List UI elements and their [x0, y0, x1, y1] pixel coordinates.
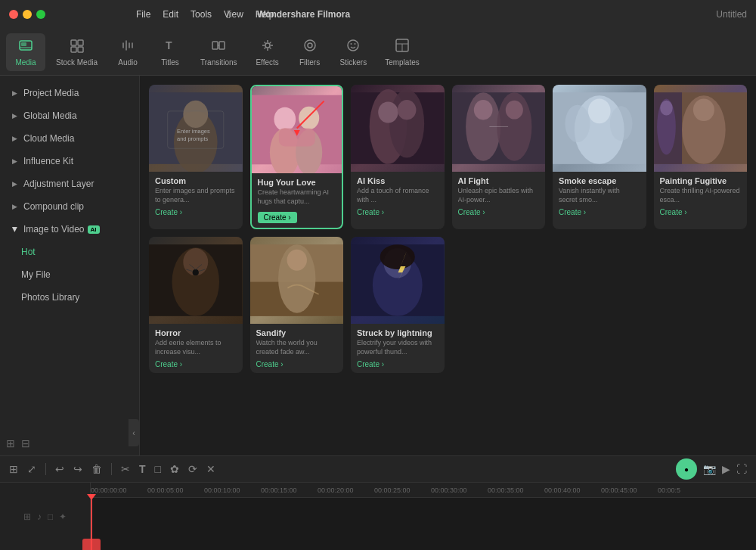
undo-icon[interactable]: ↩ [55, 463, 64, 475]
title-bar:  Wondershare Filmora File Edit Tools Vi… [0, 0, 756, 29]
toolbar-templates-label: Templates [385, 58, 420, 67]
timecode-2: 00:00:10:00 [204, 486, 261, 494]
content-area: Enter images and prompts Custom Enter im… [140, 76, 756, 455]
templates-icon [395, 38, 410, 57]
traffic-lights [9, 10, 45, 19]
card-create-custom[interactable]: Create › [155, 208, 237, 216]
menu-edit[interactable]: Edit [163, 9, 178, 20]
sidebar-item-project-media[interactable]: ▶ Project Media [0, 82, 139, 104]
card-ai-kiss[interactable]: AI Kiss Add a touch of romance with ... … [351, 85, 445, 229]
play-icon[interactable]: ▶ [722, 463, 730, 475]
crop-icon[interactable]: ⤢ [27, 463, 36, 475]
menu-help[interactable]: Help [256, 9, 274, 20]
sidebar-item-my-file[interactable]: My File [0, 263, 139, 286]
toolbar-filters[interactable]: Filters [290, 33, 330, 71]
svg-point-58 [193, 269, 199, 275]
card-thumb-kiss [351, 85, 445, 172]
sidebar-item-adjustment-layer[interactable]: ▶ Adjustment Layer [0, 172, 139, 195]
close-icon[interactable]: ✕ [206, 463, 215, 475]
card-create-kiss[interactable]: Create › [357, 208, 438, 216]
close-button[interactable] [9, 10, 18, 19]
arrow-icon: ▶ [12, 135, 17, 142]
menu-file[interactable]: File [136, 9, 150, 20]
svg-point-12 [305, 40, 315, 51]
camera-icon[interactable]: 📷 [703, 463, 716, 475]
grid-view-icon[interactable]: ⊞ [9, 463, 18, 475]
filters-icon [302, 38, 318, 57]
timeline: ⊞ ♪ □ ✦ 00:00:00:00 00:00:05:00 00:00:10… [0, 482, 756, 550]
playhead-top [87, 494, 96, 500]
card-thumb-sandify [250, 237, 344, 324]
sidebar-item-cloud-media[interactable]: ▶ Cloud Media [0, 127, 139, 150]
svg-point-16 [355, 43, 356, 45]
card-hug-your-love[interactable]: Hug Your Love Create heartwarming AI hug… [250, 85, 344, 229]
render-button[interactable]: ● [676, 458, 697, 480]
toolbar-stock-media[interactable]: Stock Media [48, 33, 105, 71]
card-desc-lightning: Electrify your videos with powerful thun… [357, 339, 438, 357]
card-sandify[interactable]: Sandify Watch the world you created fade… [250, 237, 344, 373]
sidebar: ▶ Project Media ▶ Global Media ▶ Cloud M… [0, 76, 140, 455]
sidebar-item-image-to-video[interactable]: ▶ Image to Video AI [0, 218, 139, 241]
cut-icon[interactable]: ✂ [121, 463, 130, 475]
card-info-smoke: Smoke escape Vanish instantly with secre… [553, 172, 646, 221]
card-horror[interactable]: Horror Add eerie elements to increase vi… [149, 237, 243, 373]
minimize-button[interactable] [23, 10, 32, 19]
card-ai-fight[interactable]: AI Fight Unleash epic battles with AI-po… [452, 85, 546, 229]
timeline-playhead[interactable] [91, 498, 92, 550]
card-smoke-escape[interactable]: Smoke escape Vanish instantly with secre… [553, 85, 646, 229]
card-create-painting[interactable]: Create › [660, 208, 742, 216]
collapse-sidebar-button[interactable]: ‹ [129, 419, 139, 446]
card-create-horror[interactable]: Create › [155, 360, 237, 368]
sidebar-cloud-media-label: Cloud Media [23, 133, 74, 144]
sidebar-item-compound-clip[interactable]: ▶ Compound clip [0, 195, 139, 218]
card-custom[interactable]: Enter images and prompts Custom Enter im… [149, 85, 243, 229]
card-info-painting: Painting Fugitive Create thrilling AI-po… [654, 172, 748, 221]
card-create-hug[interactable]: Create › [258, 212, 297, 223]
toolbar-audio-label: Audio [118, 58, 138, 67]
svg-point-51 [692, 98, 714, 121]
fullscreen-icon[interactable]: ⛶ [736, 463, 747, 475]
toolbar-effects[interactable]: Effects [248, 33, 287, 71]
card-create-sandify[interactable]: Create › [256, 360, 338, 368]
svg-point-66 [287, 250, 306, 271]
card-create-fight[interactable]: Create › [458, 208, 540, 216]
sidebar-item-photos-library[interactable]: Photos Library [0, 286, 139, 309]
svg-rect-9 [219, 42, 225, 49]
toolbar-transitions[interactable]: Transitions [193, 33, 245, 71]
text-icon[interactable]: T [139, 463, 146, 475]
import-icon[interactable]: ⊟ [21, 437, 30, 449]
toolbar-titles[interactable]: T Titles [150, 33, 190, 71]
mask-icon[interactable]: □ [155, 463, 161, 475]
card-painting-fugitive[interactable]: Painting Fugitive Create thrilling AI-po… [654, 85, 748, 229]
svg-point-29 [299, 107, 319, 129]
speed-icon[interactable]: ⟳ [188, 463, 197, 475]
sidebar-my-file-label: My File [21, 269, 51, 280]
color-icon[interactable]: ✿ [170, 463, 179, 475]
card-info-hug: Hug Your Love Create heartwarming AI hug… [252, 173, 342, 228]
toolbar-audio[interactable]: Audio [108, 33, 147, 71]
timecode-3: 00:00:15:00 [261, 486, 318, 494]
toolbar-media[interactable]: Media [6, 33, 45, 71]
card-info-kiss: AI Kiss Add a touch of romance with ... … [351, 172, 445, 221]
svg-point-27 [274, 107, 296, 132]
card-title-kiss: AI Kiss [357, 176, 438, 185]
card-desc-painting: Create thrilling AI-powered esca... [660, 187, 742, 205]
menu-tools[interactable]: Tools [191, 9, 212, 20]
card-info-custom: Custom Enter images and prompts to gener… [149, 172, 243, 221]
new-folder-icon[interactable]: ⊞ [6, 437, 15, 449]
maximize-button[interactable] [36, 10, 45, 19]
redo-icon[interactable]: ↪ [73, 463, 82, 475]
delete-icon[interactable]: 🗑 [91, 463, 102, 475]
card-struck-lightning[interactable]: Struck by lightning Electrify your video… [351, 237, 445, 373]
toolbar-stickers[interactable]: Stickers [333, 33, 375, 71]
sidebar-item-global-media[interactable]: ▶ Global Media [0, 104, 139, 127]
card-create-smoke[interactable]: Create › [559, 208, 640, 216]
card-create-lightning[interactable]: Create › [357, 360, 438, 368]
menu-view[interactable]: View [224, 9, 243, 20]
timecode-4: 00:00:20:00 [318, 486, 374, 494]
toolbar-stickers-label: Stickers [340, 58, 367, 67]
sidebar-item-influence-kit[interactable]: ▶ Influence Kit [0, 150, 139, 172]
card-title-horror: Horror [155, 328, 237, 337]
sidebar-item-hot[interactable]: Hot [0, 241, 139, 263]
toolbar-templates[interactable]: Templates [377, 33, 427, 71]
